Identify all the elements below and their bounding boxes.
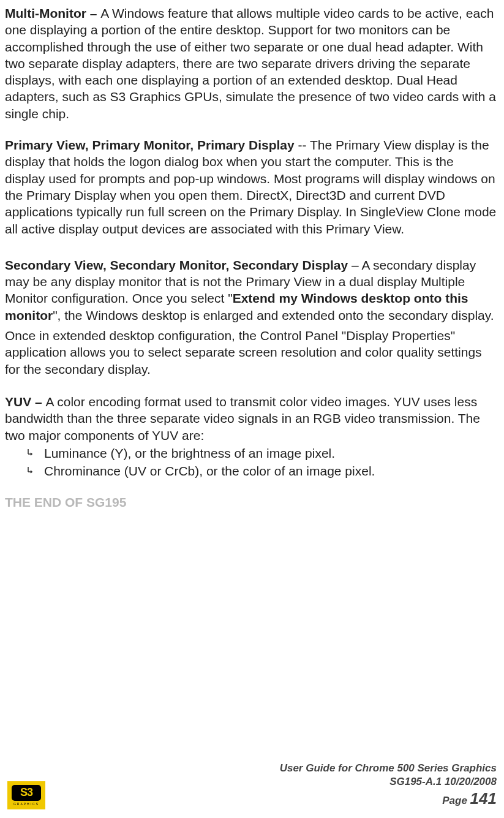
term-primary-view: Primary View, Primary Monitor, Primary D… xyxy=(5,138,295,152)
list-item: Luminance (Y), or the brightness of an i… xyxy=(26,445,497,461)
entry-multi-monitor: Multi-Monitor – A Windows feature that a… xyxy=(5,5,497,122)
logo-subtext: GRAPHICS xyxy=(13,802,39,806)
arrow-icon xyxy=(26,466,34,474)
s3-logo: S3 GRAPHICS xyxy=(7,781,45,809)
body-multi-monitor: A Windows feature that allows multiple v… xyxy=(5,6,496,121)
yuv-bullet-list: Luminance (Y), or the brightness of an i… xyxy=(5,445,497,480)
arrow-icon xyxy=(26,448,34,456)
bullet-text: Luminance (Y), or the brightness of an i… xyxy=(44,446,335,460)
footer-text-block: User Guide for Chrome 500 Series Graphic… xyxy=(280,762,497,809)
body-secondary-view-1b: ", the Windows desktop is enlarged and e… xyxy=(53,308,494,322)
body-secondary-view-2: Once in extended desktop configuration, … xyxy=(5,327,497,377)
entry-secondary-view: Secondary View, Secondary Monitor, Secon… xyxy=(5,257,497,377)
logo-text: S3 xyxy=(12,785,41,801)
term-secondary-view: Secondary View, Secondary Monitor, Secon… xyxy=(5,258,348,272)
sep-secondary-view: – xyxy=(348,258,361,272)
footer-page: Page 141 xyxy=(280,789,497,809)
entry-primary-view: Primary View, Primary Monitor, Primary D… xyxy=(5,137,497,237)
body-primary-view: The Primary View display is the display … xyxy=(5,138,496,235)
document-body: Multi-Monitor – A Windows feature that a… xyxy=(5,5,497,511)
page-word: Page xyxy=(442,795,470,806)
svg-rect-0 xyxy=(26,448,34,456)
bullet-text: Chrominance (UV or CrCb), or the color o… xyxy=(44,464,375,478)
footer-title: User Guide for Chrome 500 Series Graphic… xyxy=(280,762,497,775)
page-footer: S3 GRAPHICS User Guide for Chrome 500 Se… xyxy=(7,762,497,809)
term-yuv: YUV – xyxy=(5,395,46,409)
page-number: 141 xyxy=(470,789,497,808)
footer-docref: SG195-A.1 10/20/2008 xyxy=(280,775,497,789)
sep-primary-view: -- xyxy=(295,138,310,152)
svg-rect-1 xyxy=(26,466,34,474)
list-item: Chrominance (UV or CrCb), or the color o… xyxy=(26,463,497,479)
end-marker: THE END OF SG195 xyxy=(5,494,497,510)
entry-yuv: YUV – A color encoding format used to tr… xyxy=(5,393,497,479)
term-multi-monitor: Multi-Monitor – xyxy=(5,6,100,20)
body-yuv: A color encoding format used to transmit… xyxy=(5,395,480,442)
